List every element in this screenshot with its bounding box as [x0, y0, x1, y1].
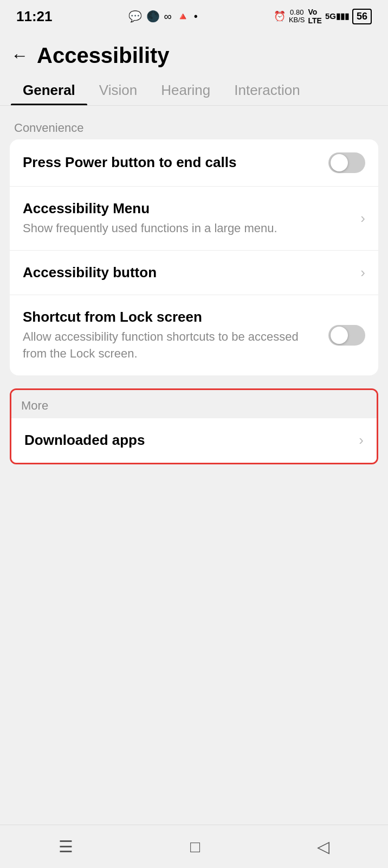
back-nav-icon[interactable]: ◁	[317, 837, 329, 856]
status-right-icons: ⏰ 0.80KB/S VoLTE 5G▮▮▮ 56	[274, 8, 372, 25]
accessibility-button-chevron: ›	[360, 264, 365, 281]
convenience-label: Convenience	[10, 121, 378, 139]
downloaded-apps-chevron: ›	[359, 432, 364, 449]
bottom-spacer	[10, 477, 378, 532]
home-nav-icon[interactable]: □	[190, 838, 200, 856]
accessibility-menu-item[interactable]: Accessibility Menu Show frequently used …	[10, 187, 378, 251]
shortcut-lock-screen-toggle[interactable]	[328, 325, 365, 346]
dot-icon: •	[194, 10, 198, 23]
status-bar: 11:21 💬 🌑 ∞ 🔺 • ⏰ 0.80KB/S VoLTE 5G▮▮▮ 5…	[0, 0, 388, 33]
whatsapp-icon: 💬	[128, 10, 142, 23]
more-card: Downloaded apps ›	[11, 418, 377, 463]
status-time: 11:21	[16, 8, 53, 25]
tab-hearing[interactable]: Hearing	[149, 73, 222, 105]
more-label: More	[11, 390, 377, 418]
accessibility-menu-chevron: ›	[360, 210, 365, 227]
menu-nav-icon[interactable]: ☰	[59, 837, 73, 856]
convenience-card: Press Power button to end calls Accessib…	[10, 139, 378, 375]
power-button-calls-toggle[interactable]	[328, 152, 365, 173]
shortcut-lock-screen-desc: Allow accessibility function shortcuts t…	[23, 329, 320, 362]
battery-indicator: 56	[352, 9, 372, 24]
downloaded-apps-title: Downloaded apps	[24, 431, 350, 450]
content-area: Convenience Press Power button to end ca…	[0, 106, 388, 547]
network-icon: 5G▮▮▮	[325, 11, 349, 21]
page-title: Accessibility	[37, 43, 170, 68]
dark-mode-icon: 🌑	[146, 10, 160, 23]
accessibility-menu-title: Accessibility Menu	[23, 200, 352, 218]
page-header: ← Accessibility	[0, 33, 388, 73]
accessibility-menu-desc: Show frequently used functions in a larg…	[23, 220, 352, 237]
shortcut-lock-screen-title: Shortcut from Lock screen	[23, 308, 320, 327]
volte-icon: VoLTE	[308, 8, 322, 25]
accessibility-button-item[interactable]: Accessibility button ›	[10, 251, 378, 296]
update-icon: 🔺	[176, 10, 190, 23]
alarm-icon: ⏰	[274, 10, 286, 22]
more-section: More Downloaded apps ›	[10, 388, 378, 464]
status-icons: 💬 🌑 ∞ 🔺 •	[128, 10, 198, 23]
tab-vision[interactable]: Vision	[87, 73, 149, 105]
tabs-bar: General Vision Hearing Interaction	[0, 73, 388, 106]
power-button-calls-title: Press Power button to end calls	[23, 154, 320, 172]
power-button-calls-item[interactable]: Press Power button to end calls	[10, 139, 378, 187]
back-button[interactable]: ←	[11, 46, 28, 66]
tab-general[interactable]: General	[11, 73, 87, 105]
link-icon: ∞	[164, 10, 172, 23]
convenience-section: Convenience Press Power button to end ca…	[10, 121, 378, 375]
data-speed: 0.80KB/S	[289, 9, 305, 24]
bottom-nav: ☰ □ ◁	[0, 825, 388, 868]
tab-interaction[interactable]: Interaction	[222, 73, 312, 105]
downloaded-apps-item[interactable]: Downloaded apps ›	[11, 418, 377, 463]
accessibility-button-title: Accessibility button	[23, 264, 352, 282]
shortcut-lock-screen-item[interactable]: Shortcut from Lock screen Allow accessib…	[10, 295, 378, 375]
